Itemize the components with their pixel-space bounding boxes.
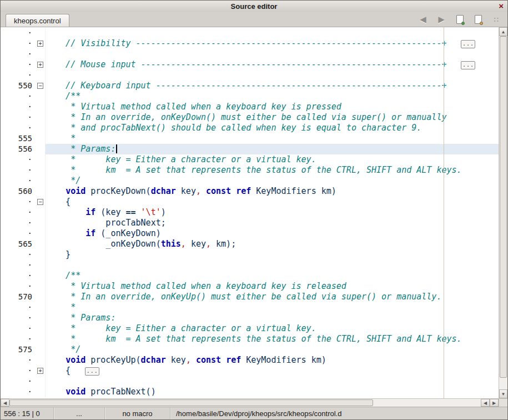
code-line[interactable]: · procTabNext; (1, 218, 499, 228)
line-number: 556 (1, 144, 36, 154)
folded-code-ellipsis[interactable]: ... (461, 40, 475, 48)
status-pending: ... (54, 407, 105, 419)
tab-label: kheops.control (14, 17, 61, 25)
code-text: _onKeyDown(this, key, km); (46, 239, 499, 249)
fold-margin (36, 144, 46, 154)
nav-forward-button[interactable]: ▶ (436, 14, 447, 25)
code-text: /** (46, 91, 499, 102)
code-line[interactable]: 555 * (1, 133, 499, 144)
tab-kheops-control[interactable]: kheops.control (6, 14, 69, 27)
fold-margin (36, 218, 46, 228)
code-line[interactable]: · if (key == '\t') (1, 207, 499, 218)
code-line[interactable]: ·+ // Visibility -----------------------… (1, 38, 499, 49)
code-line[interactable]: · * (1, 302, 499, 313)
code-line[interactable]: 570 * In an override, onKeyUp() must eit… (1, 292, 499, 302)
code-line[interactable]: · (1, 260, 499, 271)
fold-margin (36, 133, 46, 144)
code-line[interactable]: 556 * Params: (1, 144, 499, 154)
dock-grip-button[interactable]: ∷ (491, 14, 502, 25)
scroll-right-button[interactable]: ▶ (490, 399, 499, 407)
scroll-left-button-2[interactable]: ◀ (481, 399, 490, 407)
horizontal-scrollbar[interactable]: ◀ ◀ ▶ (1, 398, 499, 407)
line-number: 550 (1, 81, 36, 91)
line-number: 570 (1, 292, 36, 302)
code-text: {... (46, 366, 499, 376)
fold-margin (36, 91, 46, 102)
code-line[interactable]: ·− { (1, 197, 499, 207)
code-line[interactable]: · } (1, 249, 499, 260)
line-number: · (1, 197, 36, 207)
fold-margin (36, 376, 46, 387)
code-text: * In an override, onKeyDown() must eithe… (46, 112, 499, 123)
tabbar: kheops.control ◀ ▶ ∷ (1, 12, 507, 27)
fold-margin (36, 70, 46, 81)
code-line[interactable]: · (1, 49, 499, 59)
code-line[interactable]: · (1, 70, 499, 81)
code-text: procTabNext; (46, 218, 499, 228)
document-save-button[interactable] (472, 14, 484, 25)
line-number: · (1, 28, 36, 38)
folded-code-ellipsis[interactable]: ... (461, 61, 475, 69)
line-number: · (1, 302, 36, 313)
fold-margin (36, 355, 46, 366)
scroll-up-button[interactable]: ▲ (499, 27, 507, 36)
line-number: · (1, 334, 36, 344)
nav-back-button[interactable]: ◀ (418, 14, 429, 25)
code-line[interactable]: · * Virtual method called when a keyboar… (1, 102, 499, 112)
code-line[interactable]: · * key = Either a character or a virtua… (1, 323, 499, 334)
code-line[interactable]: · * Virtual method called when a keyboar… (1, 281, 499, 292)
code-line[interactable]: 550− // Keyboard input -----------------… (1, 81, 499, 91)
code-line[interactable]: · * and procTabNext() should be called w… (1, 123, 499, 133)
close-icon[interactable]: × (499, 1, 504, 11)
scroll-left-icon: ◀ (3, 401, 7, 406)
line-number: · (1, 366, 36, 376)
code-line[interactable]: 565 _onKeyDown(this, key, km); (1, 239, 499, 249)
code-line[interactable]: · /** (1, 91, 499, 102)
code-line[interactable]: · * km = A set that represents the statu… (1, 334, 499, 344)
horizontal-scroll-thumb[interactable] (9, 399, 373, 406)
fold-margin (36, 281, 46, 292)
fold-expand-icon[interactable]: + (37, 62, 43, 68)
code-text: void procKeyDown(dchar key, const ref Ke… (46, 186, 499, 197)
code-line[interactable]: 575 */ (1, 344, 499, 355)
source-editor-window: Source editor × kheops.control ◀ ▶ ∷ ··+… (0, 0, 508, 420)
code-text: * In an override, onKeyUp() must either … (46, 292, 499, 302)
code-line[interactable]: · */ (1, 176, 499, 186)
code-text: // Keyboard input ----------------------… (46, 81, 499, 91)
code-view[interactable]: ··+ // Visibility ----------------------… (1, 27, 499, 398)
folded-code-ellipsis[interactable]: ... (85, 367, 99, 376)
fold-margin (36, 49, 46, 59)
scroll-left-button[interactable]: ◀ (1, 399, 9, 407)
scroll-down-button[interactable]: ▼ (499, 389, 507, 398)
line-number: · (1, 165, 36, 176)
fold-expand-icon[interactable]: + (37, 41, 43, 47)
code-line[interactable]: · (1, 28, 499, 38)
code-line[interactable]: ·+ // Mouse input ----------------------… (1, 59, 499, 70)
fold-expand-icon[interactable]: + (37, 368, 43, 374)
code-lines: ··+ // Visibility ----------------------… (1, 27, 499, 397)
line-number: · (1, 271, 36, 281)
code-line[interactable]: · * km = A set that represents the statu… (1, 165, 499, 176)
vertical-scroll-thumb[interactable] (500, 36, 507, 378)
code-line[interactable]: 560 void procKeyDown(dchar key, const re… (1, 186, 499, 197)
editor-toolbar: ◀ ▶ ∷ (418, 14, 502, 25)
dock-grip-icon: ∷ (494, 16, 499, 24)
code-line[interactable]: · /** (1, 271, 499, 281)
fold-collapse-icon[interactable]: − (37, 83, 43, 89)
code-text: // Mouse input -------------------------… (46, 59, 499, 70)
code-line[interactable]: · * In an override, onKeyDown() must eit… (1, 112, 499, 123)
vertical-scrollbar[interactable]: ▲ ▼ (499, 27, 507, 398)
code-line[interactable]: · (1, 376, 499, 387)
fold-margin: − (36, 197, 46, 207)
code-line[interactable]: · void procTabNext() (1, 387, 499, 397)
code-line[interactable]: ·+ {... (1, 366, 499, 376)
fold-collapse-icon[interactable]: − (37, 199, 43, 205)
code-line[interactable]: · if (_onKeyDown) (1, 228, 499, 239)
code-line[interactable]: · * key = Either a character or a virtua… (1, 154, 499, 165)
code-line[interactable]: · void procKeyUp(dchar key, const ref Ke… (1, 355, 499, 366)
line-number: · (1, 355, 36, 366)
document-add-button[interactable] (454, 14, 465, 25)
fold-margin (36, 271, 46, 281)
scrollbar-corner (499, 398, 507, 407)
code-line[interactable]: · * Params: (1, 313, 499, 323)
